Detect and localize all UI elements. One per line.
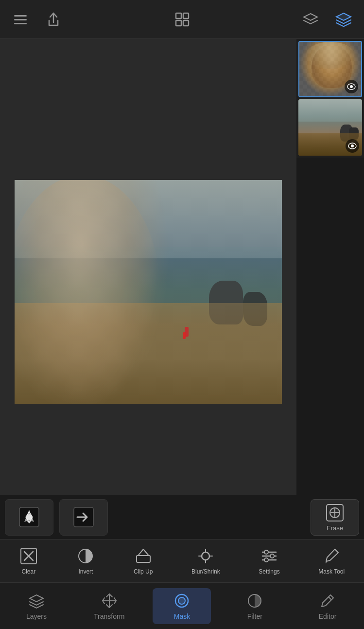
white-paint-button[interactable] [59,499,108,536]
portrait-hair [306,42,355,69]
clip-up-tool[interactable]: Clip Up [130,544,156,578]
toolbar-left [10,9,64,30]
nav-layers[interactable]: Layers [7,588,66,624]
svg-point-8 [350,85,353,88]
svg-point-27 [270,554,274,558]
nav-transform[interactable]: Transform [80,588,139,624]
figure-jacket [183,332,186,339]
svg-point-10 [351,144,354,147]
svg-rect-0 [14,15,27,17]
portrait-blend [15,180,170,404]
layers-active-icon[interactable] [333,9,354,30]
svg-rect-4 [183,13,189,18]
canvas-image [15,180,282,404]
clip-up-label: Clip Up [134,568,153,575]
mask-tool-item[interactable]: Mask Tool [314,544,348,578]
invert-tool[interactable]: Invert [72,544,99,578]
share-icon[interactable] [43,9,64,30]
black-paint-button[interactable] [5,499,53,536]
blur-shrink-label: Blur/Shrink [191,568,220,575]
layer-1-thumb[interactable] [298,41,362,97]
nav-mask-label: Mask [174,612,190,620]
clear-label: Clear [21,568,35,575]
svg-rect-1 [14,19,27,20]
top-toolbar [0,0,364,39]
mask-tool-label: Mask Tool [318,568,345,575]
nav-mask[interactable]: Mask [153,588,211,624]
clear-tool[interactable]: Clear [16,544,42,578]
svg-point-30 [178,597,185,604]
svg-rect-2 [14,23,27,24]
invert-label: Invert [78,568,93,575]
layer-2-thumb[interactable] [298,99,362,156]
nav-filter[interactable]: Filter [225,588,284,624]
layer-2-visibility-eye[interactable] [346,139,359,153]
mask-toolbar: Clear Invert Clip Up Blur/Shrink [0,539,364,583]
nav-layers-label: Layers [26,612,47,620]
layer-panel [296,39,364,158]
list-icon[interactable] [10,9,31,30]
svg-rect-6 [183,20,189,26]
toolbar-right [300,9,354,30]
layer-1-visibility-eye[interactable] [345,80,358,93]
nav-editor[interactable]: Editor [298,588,357,624]
bottom-nav: Layers Transform Mask Filter [0,583,364,629]
bottom-tools: Erase [0,495,364,539]
layers-stack-icon[interactable] [300,9,321,30]
nav-editor-label: Editor [319,612,337,620]
erase-button[interactable]: Erase [311,499,359,536]
erase-label: Erase [327,524,343,532]
svg-point-26 [264,550,268,554]
nav-transform-label: Transform [94,612,124,620]
grid-icon[interactable] [172,9,193,30]
svg-rect-3 [176,13,181,18]
settings-label: Settings [259,568,279,575]
svg-marker-21 [138,549,149,556]
canvas-area[interactable] [0,39,296,545]
svg-point-22 [202,552,209,560]
thumb-sky [298,99,362,122]
nav-filter-label: Filter [247,612,262,620]
svg-rect-20 [137,556,150,562]
blur-shrink-tool[interactable]: Blur/Shrink [188,544,224,578]
settings-tool[interactable]: Settings [255,544,283,578]
svg-rect-5 [176,20,181,26]
svg-point-28 [264,558,268,562]
